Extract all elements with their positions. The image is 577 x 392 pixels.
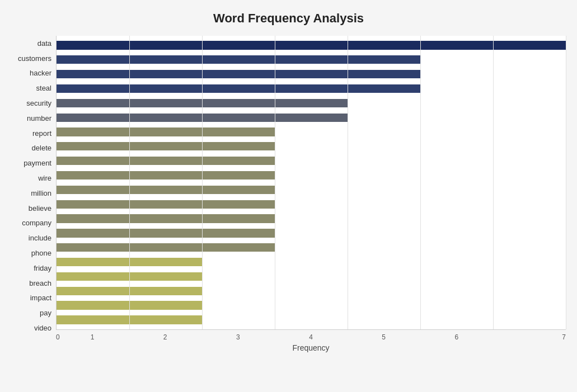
bar-row-customers (57, 53, 566, 67)
y-label-wire: wire (38, 174, 51, 182)
y-label-phone: phone (31, 249, 51, 257)
y-label-video: video (34, 324, 51, 332)
grid-line-5 (420, 36, 421, 329)
bar-payment (57, 157, 275, 165)
bar-row-company (57, 211, 566, 226)
bars-area (56, 36, 566, 330)
bar-row-payment (57, 154, 566, 168)
bar-row-delete (57, 139, 566, 154)
y-label-number: number (27, 115, 51, 122)
x-label-5: 5 (348, 333, 420, 341)
bar-row-data (57, 38, 566, 53)
bar-row-steal (57, 82, 566, 96)
y-label-payment: payment (24, 159, 51, 167)
x-label-3: 3 (201, 333, 274, 341)
y-label-pay: pay (40, 309, 51, 317)
bar-row-breach (57, 270, 566, 284)
y-label-data: data (37, 40, 51, 47)
bar-row-number (57, 110, 566, 125)
y-label-believe: believe (29, 205, 51, 212)
bar-include (57, 229, 275, 237)
bar-row-wire (57, 168, 566, 183)
y-label-company: company (22, 219, 51, 226)
x-axis-labels: 01234567 (56, 330, 566, 341)
bar-row-million (57, 182, 566, 197)
x-label-6: 6 (420, 333, 493, 341)
bar-wire (57, 171, 275, 180)
y-label-include: include (29, 234, 51, 242)
bar-data (57, 41, 566, 49)
y-label-breach: breach (29, 280, 51, 287)
bar-row-pay (57, 298, 566, 313)
bar-delete (57, 142, 275, 150)
bar-row-impact (57, 284, 566, 298)
bar-row-phone (57, 240, 566, 255)
y-label-hacker: hacker (30, 69, 51, 77)
bar-row-security (57, 96, 566, 110)
grid-line-1 (129, 36, 130, 329)
x-axis-title: Frequency (56, 343, 566, 352)
bar-believe (57, 200, 275, 209)
x-label-7: 7 (493, 333, 566, 341)
grid-line-6 (493, 36, 494, 329)
bar-hacker (57, 70, 420, 78)
chart-container: Word Frequency Analysis datacustomershac… (0, 0, 577, 392)
grid-line-4 (348, 36, 348, 329)
bar-row-friday (57, 255, 566, 270)
grid-line-2 (202, 36, 203, 329)
chart-title: Word Frequency Analysis (11, 11, 566, 26)
bar-steal (57, 84, 420, 93)
x-label-1: 1 (56, 333, 129, 341)
bar-million (57, 186, 275, 194)
bar-row-video (57, 313, 566, 327)
y-label-security: security (26, 100, 51, 107)
y-label-friday: friday (34, 265, 51, 272)
x-label-2: 2 (129, 333, 201, 341)
y-label-impact: impact (30, 294, 51, 301)
grid-line-3 (275, 36, 275, 329)
bar-report (57, 127, 275, 136)
bars-and-x: 01234567 Frequency (56, 36, 566, 352)
bar-row-believe (57, 197, 566, 211)
bar-row-hacker (57, 67, 566, 82)
y-axis-labels: datacustomershackerstealsecuritynumberre… (11, 36, 56, 352)
bar-phone (57, 243, 275, 252)
bar-customers (57, 55, 420, 64)
bar-row-report (57, 125, 566, 139)
y-label-report: report (32, 130, 51, 137)
y-label-customers: customers (18, 55, 51, 62)
bar-company (57, 214, 275, 223)
grid-line-7 (566, 36, 566, 329)
y-label-delete: delete (32, 144, 51, 152)
y-label-million: million (31, 190, 51, 197)
x-label-4: 4 (274, 333, 347, 341)
bar-row-include (57, 226, 566, 240)
y-label-steal: steal (36, 84, 51, 92)
